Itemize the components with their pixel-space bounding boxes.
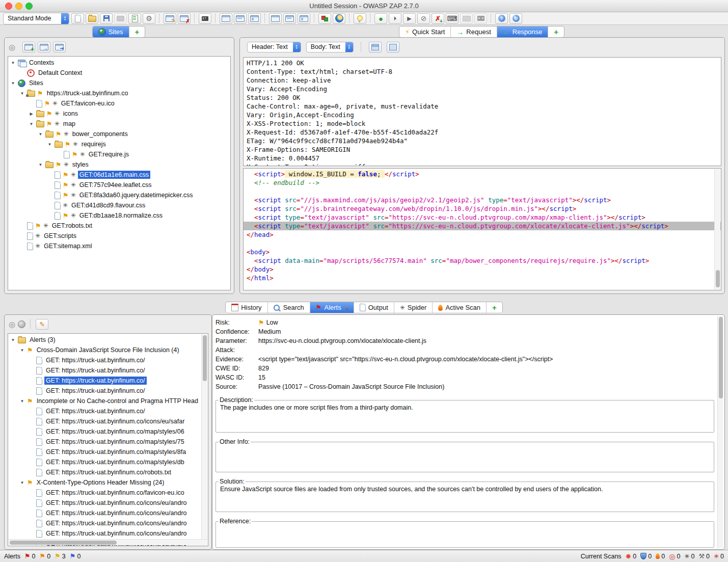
export-context-button[interactable] (53, 42, 66, 52)
scan-count[interactable]: ✹0 (626, 552, 637, 560)
tree-item[interactable]: ▼⚑Cross-Domain JavaScript Source File In… (8, 345, 208, 355)
zoom-window-button[interactable] (25, 3, 33, 10)
expander-open-icon[interactable]: ▼ (10, 338, 16, 342)
tree-item[interactable]: ⚑✳GET:db1aae18.normalize.css (8, 210, 230, 221)
response-header-box[interactable]: HTTP/1.1 200 OK Content-Type: text/html;… (243, 57, 721, 166)
break-off-button[interactable]: ⊘ (417, 13, 430, 24)
zest-record-button[interactable] (474, 13, 487, 24)
hud-button[interactable] (354, 13, 366, 24)
tab-active-scan[interactable]: Active Scan (433, 302, 487, 313)
scrollbar-thumb[interactable] (719, 317, 723, 398)
tree-item[interactable]: ▼⚑✳requirejs (8, 139, 230, 149)
break-toolbar-button[interactable]: ET. (199, 13, 211, 24)
alerts-tree-vscrollbar[interactable] (201, 334, 207, 545)
tree-item[interactable]: ▼⚑X-Content-Type-Options Header Missing … (8, 477, 208, 488)
tree-item[interactable]: GET: https://truck-uat.byinfinum.co/ (8, 376, 208, 386)
delete-session-button[interactable] (178, 13, 191, 24)
mode-select[interactable]: Standard Mode ▲▼ (3, 13, 69, 24)
tree-item[interactable]: ⚑✳GET:8fa3da60.jquery.datetimepicker.css (8, 190, 230, 200)
expander-open-icon[interactable]: ▼ (38, 163, 43, 167)
tree-item[interactable]: GET: https://truck-uat.byinfinum.co/icon… (8, 518, 208, 528)
persist-session-button[interactable] (100, 13, 113, 24)
layout-three-button[interactable] (248, 13, 261, 24)
expander-closed-icon[interactable]: ▶ (29, 112, 34, 116)
open-session-button[interactable] (86, 13, 98, 24)
new-session-button[interactable] (71, 13, 84, 24)
options-button[interactable]: ⚙ (143, 13, 155, 24)
scan-count[interactable]: 0 (640, 552, 652, 560)
target-scope-icon[interactable]: ◎ (9, 320, 15, 328)
expander-open-icon[interactable]: ▼ (29, 122, 34, 126)
window-two-button[interactable] (283, 13, 296, 24)
tree-item[interactable]: ▼⚑✳map (8, 119, 230, 129)
tree-item[interactable]: ✳GET:scripts (8, 231, 230, 241)
tree-item[interactable]: GET: https://truck-uat.byinfinum.co/icon… (8, 498, 208, 508)
tree-item[interactable]: ⚑✳GET:06d1a1e6.main.css (8, 170, 230, 180)
layout-two-button[interactable] (234, 13, 247, 24)
tree-item[interactable]: ▶⚑✳icons (8, 109, 230, 119)
mode-blocks-button[interactable] (318, 13, 331, 24)
alert-count[interactable]: ⚑0 (40, 553, 51, 560)
tree-item[interactable]: ▼Contexts (8, 58, 230, 68)
help-button[interactable]: ? (495, 13, 508, 24)
snapshot-session-button[interactable] (114, 13, 127, 24)
tab-response[interactable]: ← Response (497, 26, 549, 37)
scan-count[interactable]: 0 (656, 552, 665, 560)
add-bottom-tab-button[interactable]: + (487, 302, 502, 313)
expander-open-icon[interactable]: ▼ (10, 81, 16, 86)
tab-history[interactable]: History (226, 302, 267, 313)
scrollbar-thumb[interactable] (10, 541, 117, 545)
tree-item[interactable]: GET: https://truck-uat.byinfinum.co/ (8, 355, 208, 365)
tree-item[interactable]: GET: https://truck-uat.byinfinum.co/icon… (8, 508, 208, 518)
add-breakpoint-button[interactable]: ✗ (432, 13, 444, 24)
tree-item[interactable]: ⚑✳GET:robots.txt (8, 221, 230, 231)
scrollbar-thumb[interactable] (716, 270, 720, 287)
record-button[interactable]: ● (374, 13, 387, 24)
tree-item[interactable]: GET: https://truck-uat.byinfinum.co/robo… (8, 467, 208, 477)
check-for-updates-button[interactable]: ↻ (509, 13, 522, 24)
tree-item[interactable]: ✳GET:sitemap.xml (8, 241, 230, 251)
response-body-scrollbar[interactable] (714, 169, 720, 289)
edit-alert-button[interactable]: ✎ (36, 319, 48, 330)
continue-button[interactable]: ▶ (403, 13, 416, 24)
tree-item[interactable]: ⚑✳GET:757c94ee.leaflet.css (8, 180, 230, 190)
tree-item[interactable]: GET: https://truck-uat.byinfinum.co/map/… (8, 426, 208, 437)
tab-spider[interactable]: ✳ Spider (394, 302, 433, 313)
launch-browser-button[interactable] (333, 13, 345, 24)
tree-item[interactable]: ▼⚑✳bower_components (8, 129, 230, 139)
full-view-button[interactable] (387, 42, 399, 52)
expander-open-icon[interactable]: ▼ (19, 348, 25, 353)
combined-view-button[interactable] (369, 42, 382, 52)
tree-item[interactable]: ✳GET:d41d8cd9.flavour.css (8, 200, 230, 210)
scrollbar-thumb[interactable] (203, 335, 207, 381)
expander-open-icon[interactable]: ▼ (19, 480, 25, 485)
tree-item[interactable]: ▼Alerts (3) (8, 335, 208, 345)
step-button[interactable]: ⏵ (389, 13, 401, 24)
add-sites-tab-button[interactable]: + (129, 26, 145, 37)
generate-report-button[interactable] (128, 13, 141, 24)
scan-count[interactable]: ⚒0 (698, 552, 710, 560)
target-scope-icon[interactable]: ◎ (9, 43, 15, 51)
alert-count[interactable]: ⚑0 (24, 553, 36, 560)
tree-item[interactable]: ⚑✳GET:favicon-eu.ico (8, 98, 230, 109)
import-context-button[interactable] (38, 42, 50, 52)
header-view-select[interactable]: Header: Text ▲▼ (247, 42, 301, 52)
tree-item[interactable]: GET: https://truck-uat.byinfinum.co/icon… (8, 416, 208, 426)
alert-count[interactable]: ⚑3 (55, 553, 66, 560)
expander-open-icon[interactable]: ▼ (19, 91, 25, 96)
tab-request[interactable]: → Request (451, 26, 497, 37)
expander-open-icon[interactable]: ▼ (38, 132, 43, 137)
alert-count[interactable]: ⚑0 (70, 553, 81, 560)
import-button[interactable] (460, 13, 473, 24)
tree-item[interactable]: ▼Sites (8, 78, 230, 88)
alerts-tree-hscrollbar[interactable] (9, 539, 207, 545)
globe-filter-icon[interactable] (18, 320, 25, 328)
tab-search[interactable]: Search (268, 302, 310, 313)
window-one-button[interactable] (269, 13, 282, 24)
tab-quick-start[interactable]: ⚡ Quick Start (399, 26, 451, 37)
body-view-select[interactable]: Body: Text ▲▼ (306, 42, 354, 52)
tree-item[interactable]: Default Context (8, 68, 230, 78)
tree-item[interactable]: ⚑✳GET:require.js (8, 149, 230, 159)
tab-sites[interactable]: Sites (93, 26, 129, 37)
response-body-box[interactable]: <script> window.IS_BUILD = false; </scri… (243, 168, 721, 290)
